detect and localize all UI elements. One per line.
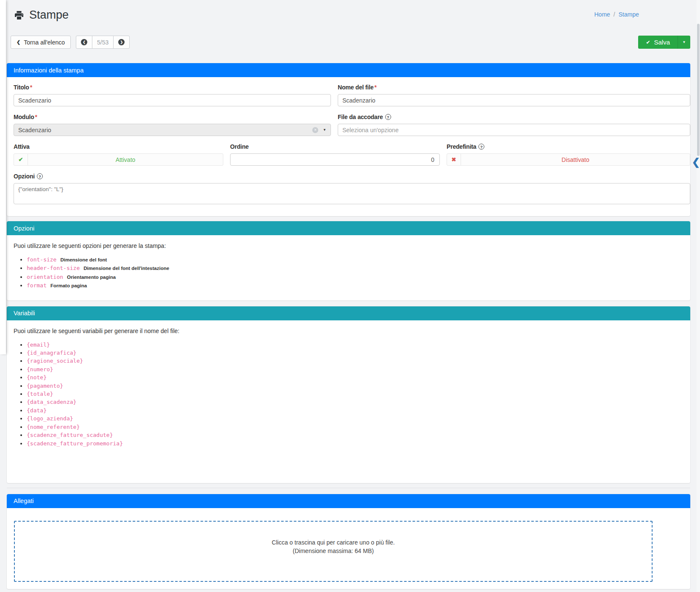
nome-del-file-input[interactable] (338, 94, 690, 106)
predefinita-state-label: Disattivato (461, 154, 690, 165)
variabili-intro-text: Puoi utilizzare le seguenti variabili pe… (14, 328, 683, 334)
variable-code: {totale} (27, 391, 53, 397)
next-record-button[interactable]: ❯ (113, 36, 130, 49)
ordine-label: Ordine (230, 143, 440, 150)
arrow-circle-left-icon: ❮ (81, 39, 87, 45)
scrollbar-track[interactable] (697, 0, 700, 592)
variable-code: {logo_azienda} (27, 415, 73, 422)
ordine-input[interactable] (230, 153, 440, 166)
option-code: font-size (27, 256, 56, 263)
variabili-list-item: {scadenze_fatture_promemoria} (27, 439, 683, 447)
attiva-toggle[interactable]: ✔ Attivato (14, 153, 223, 166)
file-upload-dropzone[interactable]: Clicca o trascina qui per caricare uno o… (14, 521, 653, 582)
panel-allegati: Allegati Clicca o trascina qui per caric… (7, 494, 690, 589)
page-header: Stampe Home / Stampe (7, 0, 690, 30)
panel-variabili: Variabili Puoi utilizzare le seguenti va… (7, 306, 690, 483)
save-button[interactable]: ✔ Salva (638, 36, 678, 49)
variabili-list: {email} {id_anagrafica} {ragione_sociale… (14, 341, 683, 447)
panel-opzioni-body: Puoi utilizzare le seguenti opzioni per … (7, 235, 690, 300)
back-to-list-button[interactable]: ❮ Torna all'elenco (11, 36, 71, 49)
help-icon[interactable]: ? (385, 114, 391, 120)
variable-code: {data} (27, 407, 47, 414)
opzioni-field-label: Opzioni ? (14, 173, 690, 180)
titolo-input[interactable] (14, 94, 331, 106)
required-asterisk: * (30, 84, 32, 91)
right-panel-toggle-chevron-icon[interactable]: ❮ (692, 157, 700, 167)
previous-record-button[interactable]: ❮ (76, 36, 92, 49)
breadcrumb-current-link[interactable]: Stampe (619, 11, 639, 18)
titolo-label: Titolo* (14, 84, 331, 91)
panel-informazioni-body: Titolo* Nome del file* Modulo* (7, 77, 690, 216)
panel-opzioni-header: Opzioni (7, 221, 690, 235)
breadcrumb: Home / Stampe (594, 11, 639, 18)
toolbar: ❮ Torna all'elenco ❮ 5/53 ❯ ✔ Salva ▼ (7, 36, 690, 49)
save-dropdown-toggle[interactable]: ▼ (678, 36, 690, 49)
file-da-accodare-label: File da accodare ? (338, 114, 690, 120)
option-description: Dimensione del font (60, 257, 107, 262)
variable-code: {ragione_sociale} (27, 358, 83, 364)
page-container: Stampe Home / Stampe ❮ Torna all'elenco … (7, 0, 690, 589)
file-da-accodare-select[interactable]: Seleziona un'opzione (338, 124, 690, 136)
save-button-label: Salva (654, 39, 670, 46)
predefinita-toggle[interactable]: ✖ Disattivato (447, 153, 690, 166)
variable-code: {email} (27, 342, 50, 348)
variable-code: {id_anagrafica} (27, 350, 76, 356)
variabili-list-item: {logo_azienda} (27, 414, 683, 422)
clear-selection-icon[interactable]: × (312, 127, 318, 133)
scrollbar-thumb[interactable] (697, 24, 700, 156)
opzioni-list: font-sizeDimensione del font header-font… (14, 256, 683, 290)
back-to-list-label: Torna all'elenco (24, 39, 65, 46)
opzioni-list-item: header-font-sizeDimensione del font dell… (27, 264, 683, 272)
variabili-list-item: {data_scadenza} (27, 398, 683, 406)
page-title: Stampe (29, 8, 69, 22)
opzioni-list-item: orientationOrientamento pagina (27, 273, 683, 281)
required-asterisk: * (375, 84, 377, 91)
attiva-label: Attiva (14, 143, 223, 150)
check-icon: ✔ (646, 39, 650, 45)
predefinita-label: Predefinita ? (447, 143, 690, 150)
variabili-list-item: {id_anagrafica} (27, 349, 683, 357)
opzioni-textarea[interactable]: {"orientation": "L"} (14, 183, 690, 204)
modulo-select[interactable]: Scadenzario × ▼ (14, 124, 331, 136)
variable-code: {pagamento} (27, 383, 63, 389)
variabili-list-item: {nome_referente} (27, 423, 683, 431)
variable-code: {numero} (27, 366, 53, 372)
variabili-list-item: {totale} (27, 390, 683, 398)
panel-variabili-title: Variabili (14, 310, 35, 317)
section-divider (7, 488, 690, 488)
save-split-button[interactable]: ✔ Salva ▼ (638, 36, 690, 49)
variabili-list-item: {ragione_sociale} (27, 357, 683, 365)
required-asterisk: * (35, 114, 37, 120)
file-da-accodare-placeholder: Seleziona un'opzione (342, 127, 686, 133)
check-icon: ✔ (14, 154, 28, 165)
option-code: header-font-size (27, 265, 80, 271)
nome-del-file-label: Nome del file* (338, 84, 690, 91)
breadcrumb-home-link[interactable]: Home (594, 11, 610, 18)
printer-icon (14, 10, 25, 20)
dropzone-max-size-text: (Dimensione massima: 64 MB) (293, 548, 374, 554)
variabili-list-item: {email} (27, 341, 683, 349)
dropzone-instruction-text: Clicca o trascina qui per caricare uno o… (272, 539, 394, 546)
help-icon[interactable]: ? (37, 173, 43, 179)
modulo-label: Modulo* (14, 114, 331, 120)
variabili-list-item: {numero} (27, 365, 683, 373)
help-icon[interactable]: ? (478, 144, 484, 150)
panel-allegati-body: Clicca o trascina qui per caricare uno o… (7, 508, 690, 589)
variable-code: {scadenze_fatture_scadute} (27, 432, 113, 438)
caret-down-icon: ▼ (323, 128, 326, 132)
attiva-state-label: Attivato (28, 154, 223, 165)
variabili-list-item: {pagamento} (27, 382, 683, 390)
panel-variabili-header: Variabili (7, 306, 690, 320)
opzioni-list-item: formatFormato pagina (27, 281, 683, 290)
record-pager: ❮ 5/53 ❯ (76, 36, 130, 49)
variable-code: {scadenze_fatture_promemoria} (27, 440, 123, 447)
panel-opzioni-title: Opzioni (14, 225, 34, 232)
option-code: orientation (27, 274, 63, 280)
caret-down-icon: ▼ (683, 40, 686, 44)
collapsed-sidebar (0, 0, 6, 354)
panel-allegati-title: Allegati (14, 498, 34, 504)
panel-variabili-body: Puoi utilizzare le seguenti variabili pe… (7, 320, 690, 483)
breadcrumb-separator: / (614, 11, 615, 18)
option-description: Formato pagina (50, 283, 87, 288)
opzioni-intro-text: Puoi utilizzare le seguenti opzioni per … (14, 242, 683, 249)
